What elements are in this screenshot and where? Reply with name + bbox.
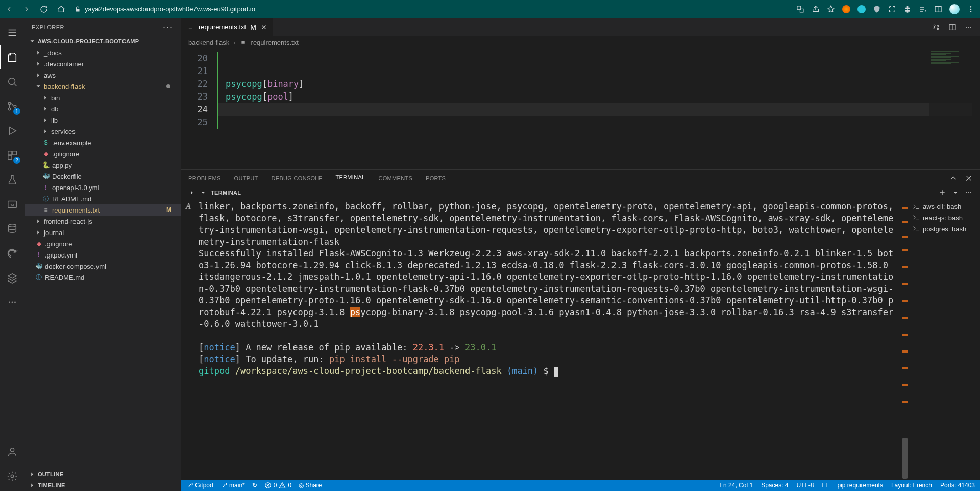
code-area[interactable]: psycopg[binary] psycopg[pool]	[217, 49, 980, 169]
folder-lib[interactable]: lib	[24, 114, 181, 126]
folder-db[interactable]: db	[24, 103, 181, 114]
file-gitignore[interactable]: ◆.gitignore	[24, 148, 181, 159]
nav-back-icon[interactable]	[5, 5, 13, 13]
terminal-output[interactable]: linker, backports.zoneinfo, backoff, rol…	[195, 199, 901, 480]
timeline-section[interactable]: TIMELINE	[24, 480, 181, 491]
file-tree: AWS-CLOUD-PROJECT-BOOTCAMP _docs .devcon…	[24, 36, 181, 469]
explorer-more-icon[interactable]: ···	[163, 21, 174, 32]
browser-menu-icon[interactable]	[967, 5, 975, 13]
breadcrumb-seg-1[interactable]: requirements.txt	[251, 39, 299, 46]
terminal-more-icon[interactable]	[965, 189, 973, 197]
tab-ports[interactable]: PORTS	[426, 175, 446, 181]
status-layout[interactable]: Layout: French	[891, 482, 932, 489]
layers-icon[interactable]	[0, 266, 24, 290]
status-branch[interactable]: ⎇ main*	[220, 482, 245, 489]
folder-journal[interactable]: journal	[24, 227, 181, 238]
ext-puzzle-icon[interactable]	[903, 5, 912, 13]
explorer-icon[interactable]	[0, 45, 24, 69]
tab-comments[interactable]: COMMENTS	[378, 175, 412, 181]
folder-devcontainer[interactable]: .devcontainer	[24, 58, 181, 69]
status-gitpod[interactable]: ⎇ Gitpod	[186, 482, 213, 489]
terminal-shell-aws-cli[interactable]: aws-cli: bash	[913, 201, 976, 212]
folder-bin[interactable]: bin	[24, 92, 181, 103]
status-eol[interactable]: LF	[822, 482, 829, 489]
tab-debug-console[interactable]: DEBUG CONSOLE	[272, 175, 323, 181]
terminal-scrollbar[interactable]	[901, 199, 909, 480]
status-indent[interactable]: Spaces: 4	[761, 482, 788, 489]
outline-section[interactable]: OUTLINE	[24, 469, 181, 480]
status-problems[interactable]: 0 0	[264, 482, 291, 489]
database-icon[interactable]	[0, 217, 24, 241]
menu-icon[interactable]	[0, 21, 24, 44]
file-openapi-yml[interactable]: !openapi-3.0.yml	[24, 182, 181, 193]
extensions-icon[interactable]: 2	[0, 144, 24, 167]
folder-frontend-react-js[interactable]: frontend-react-js	[24, 216, 181, 227]
panel-maximize-icon[interactable]	[949, 174, 958, 182]
status-sync-icon[interactable]: ↻	[252, 482, 257, 489]
terminal-line: linker, backports.zoneinfo, backoff, rol…	[199, 201, 898, 248]
editor-more-icon[interactable]	[965, 23, 973, 31]
translate-icon[interactable]	[796, 5, 804, 13]
source-control-icon[interactable]: 1	[0, 95, 24, 118]
test-beaker-icon[interactable]	[0, 168, 24, 192]
status-encoding[interactable]: UTF-8	[797, 482, 814, 489]
folder-docs[interactable]: _docs	[24, 47, 181, 58]
project-root[interactable]: AWS-CLOUD-PROJECT-BOOTCAMP	[24, 36, 181, 47]
ext-sphere-icon[interactable]	[842, 5, 850, 13]
file-readme-root[interactable]: ⓘREADME.md	[24, 272, 181, 283]
breadcrumb[interactable]: backend-flask › ≡ requirements.txt	[181, 36, 980, 49]
ext-playlist-icon[interactable]	[919, 5, 927, 13]
search-icon[interactable]	[0, 70, 24, 93]
scrollbar-thumb[interactable]	[902, 438, 908, 479]
settings-gear-icon[interactable]	[0, 464, 24, 488]
ext-frame-icon[interactable]	[888, 5, 896, 13]
file-app-py[interactable]: 🐍app.py	[24, 159, 181, 171]
terminal-shell-react-js[interactable]: react-js: bash	[913, 212, 976, 223]
split-editor-icon[interactable]	[948, 23, 957, 31]
file-readme-backend[interactable]: ⓘREADME.md	[24, 193, 181, 204]
address-bar[interactable]: yaya2devops-awscloudpro-ojxlfwh0e7w.ws-e…	[75, 5, 790, 13]
nav-forward-icon[interactable]	[22, 5, 31, 13]
file-dockerfile[interactable]: 🐳Dockerfile	[24, 171, 181, 182]
breadcrumb-seg-0[interactable]: backend-flask	[188, 39, 229, 46]
file-gitpod-yml[interactable]: !.gitpod.yml	[24, 249, 181, 261]
tab-requirements[interactable]: ≡ requirements.txt M	[181, 18, 273, 36]
ext-shield-icon[interactable]	[873, 5, 881, 13]
ai-assist-icon[interactable]: A	[186, 202, 191, 211]
terminal-shell-postgres[interactable]: postgres: bash	[913, 223, 976, 235]
status-share[interactable]: ◎ Share	[299, 482, 322, 489]
new-terminal-icon[interactable]	[938, 189, 946, 197]
status-ports[interactable]: Ports: 41403	[940, 482, 975, 489]
compare-changes-icon[interactable]	[932, 23, 940, 31]
api-icon[interactable]: /API	[0, 193, 24, 216]
panel-close-icon[interactable]	[965, 174, 973, 182]
folder-services[interactable]: services	[24, 126, 181, 137]
bookmark-star-icon[interactable]	[827, 5, 835, 13]
minimap[interactable]	[929, 49, 980, 169]
folder-backend-flask[interactable]: backend-flask	[24, 81, 181, 92]
ext-panel-icon[interactable]	[934, 5, 942, 13]
file-docker-compose[interactable]: 🐳docker-compose.yml	[24, 261, 181, 272]
status-language[interactable]: pip requirements	[838, 482, 883, 489]
folder-aws[interactable]: aws	[24, 69, 181, 81]
editor[interactable]: 20 21 22 23 24 25 psycopg[binary] psycop…	[181, 49, 980, 169]
file-gitignore-root[interactable]: ◆.gitignore	[24, 238, 181, 249]
share-icon[interactable]	[812, 5, 820, 13]
status-cursor-pos[interactable]: Ln 24, Col 1	[720, 482, 753, 489]
terminal-split-dropdown-icon[interactable]	[951, 189, 960, 197]
terminal-group-header[interactable]: TERMINAL	[181, 186, 980, 199]
more-icon[interactable]	[0, 291, 24, 314]
ext-circle-icon[interactable]	[857, 5, 866, 13]
profile-avatar-icon[interactable]	[949, 4, 960, 14]
tab-problems[interactable]: PROBLEMS	[188, 175, 221, 181]
tab-output[interactable]: OUTPUT	[234, 175, 258, 181]
nav-home-icon[interactable]	[57, 5, 65, 13]
file-requirements[interactable]: ≡ requirements.txt M	[24, 204, 181, 216]
tab-terminal[interactable]: TERMINAL	[335, 174, 365, 182]
tab-close-icon[interactable]	[260, 24, 267, 31]
run-debug-icon[interactable]	[0, 119, 24, 143]
account-icon[interactable]	[0, 440, 24, 463]
github-icon[interactable]	[0, 242, 24, 265]
nav-reload-icon[interactable]	[40, 5, 48, 13]
file-env-example[interactable]: $.env.example	[24, 137, 181, 148]
